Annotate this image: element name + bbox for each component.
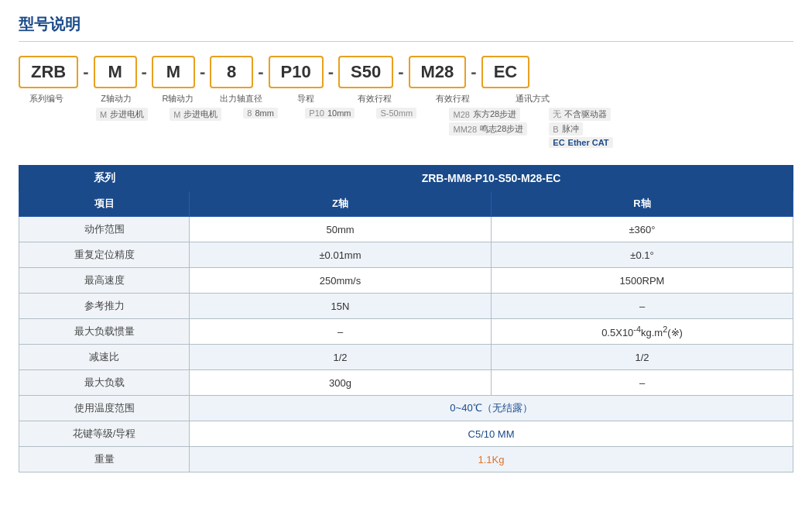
row-label: 重量 <box>19 447 190 472</box>
table-row: 重复定位精度±0.01mm±0.1° <box>19 242 793 268</box>
label-p10: 导程 <box>297 93 314 105</box>
option-8: 88mm <box>243 108 278 119</box>
model-part-s50: S50 <box>338 56 393 88</box>
dash-3: - <box>200 62 205 82</box>
row-value-z: 300g <box>190 370 492 396</box>
table-row: 重量1.1Kg <box>19 447 793 472</box>
table-row: 最大负载惯量–0.5X10-4kg.m2(※) <box>19 319 793 345</box>
dash-4: - <box>258 62 263 82</box>
row-label: 动作范围 <box>19 217 190 242</box>
row-value-z: 15N <box>190 294 492 319</box>
label-ec: 通讯方式 <box>516 93 550 105</box>
dash-7: - <box>471 62 476 82</box>
row-value-r: – <box>492 370 793 396</box>
row-label: 最大负载 <box>19 370 190 396</box>
option-m2: M步进电机 <box>170 108 221 121</box>
option-p10: P1010mm <box>305 108 355 119</box>
table-row: 最大负载300g– <box>19 370 793 396</box>
model-part-m2: M <box>152 56 195 88</box>
model-part-m28: M28 <box>409 56 467 88</box>
row-value-z: – <box>190 319 492 345</box>
dash-1: - <box>83 62 88 82</box>
table-row: 最高速度250mm/s1500RPM <box>19 268 793 294</box>
model-part-ec: EC <box>481 56 530 88</box>
option-b: B脉冲 <box>549 122 582 136</box>
options-row: M步进电机 M步进电机 88mm P1010mm S-50mm M28东方28步… <box>19 108 793 149</box>
label-zrb: 系列编号 <box>29 93 63 105</box>
table-row: 动作范围50mm±360° <box>19 217 793 242</box>
sub-header-r: R轴 <box>492 191 793 217</box>
table-row: 参考推力15N– <box>19 294 793 319</box>
row-label: 最大负载惯量 <box>19 319 190 345</box>
option-m1: M步进电机 <box>96 108 148 121</box>
model-code-row: ZRB - M - M - 8 - P10 - S50 - M28 - EC <box>19 56 793 88</box>
option-m28: M28东方28步进 <box>449 108 520 121</box>
row-label: 减速比 <box>19 345 190 370</box>
model-part-zrb: ZRB <box>19 56 78 88</box>
page-title: 型号说明 <box>19 14 793 42</box>
row-value-r: 0.5X10-4kg.m2(※) <box>492 319 793 345</box>
model-part-p10: P10 <box>269 56 324 88</box>
row-value-merged: 0~40℃（无结露） <box>190 396 793 421</box>
option-ec: ECEther CAT <box>549 137 612 148</box>
model-labels-row: 系列编号 Z轴动力 R轴动力 出力轴直径 导程 有效行程 有效行程 通讯方式 <box>19 93 793 105</box>
row-value-z: 1/2 <box>190 345 492 370</box>
row-value-r: ±0.1° <box>492 242 793 268</box>
dash-6: - <box>398 62 403 82</box>
spec-table: 系列 ZRB-MM8-P10-S50-M28-EC 项目 Z轴 R轴 动作范围5… <box>19 165 793 472</box>
label-m2: R轴动力 <box>163 93 194 105</box>
option-mm28: MM28鸣志28步进 <box>449 122 527 136</box>
row-value-r: – <box>492 294 793 319</box>
label-m1: Z轴动力 <box>101 93 132 105</box>
label-8: 出力轴直径 <box>220 93 262 105</box>
row-value-r: 1500RPM <box>492 268 793 294</box>
sub-header-z: Z轴 <box>190 191 492 217</box>
row-label: 花键等级/导程 <box>19 421 190 447</box>
label-s50: 有效行程 <box>358 93 392 105</box>
table-row: 使用温度范围0~40℃（无结露） <box>19 396 793 421</box>
row-value-r: 1/2 <box>492 345 793 370</box>
row-label: 重复定位精度 <box>19 242 190 268</box>
row-value-z: ±0.01mm <box>190 242 492 268</box>
row-value-z: 250mm/s <box>190 268 492 294</box>
option-none: 无不含驱动器 <box>549 108 611 121</box>
header-series-label: 系列 <box>19 166 190 191</box>
row-label: 使用温度范围 <box>19 396 190 421</box>
row-value-z: 50mm <box>190 217 492 242</box>
header-model-value: ZRB-MM8-P10-S50-M28-EC <box>190 166 793 191</box>
table-row: 减速比1/21/2 <box>19 345 793 370</box>
label-m28: 有效行程 <box>436 93 470 105</box>
model-part-m1: M <box>94 56 137 88</box>
row-label: 参考推力 <box>19 294 190 319</box>
option-s50: S-50mm <box>376 108 416 119</box>
row-value-r: ±360° <box>492 217 793 242</box>
model-part-8: 8 <box>210 56 253 88</box>
row-label: 最高速度 <box>19 268 190 294</box>
table-row: 花键等级/导程C5/10 MM <box>19 421 793 447</box>
sub-header-item: 项目 <box>19 191 190 217</box>
dash-5: - <box>328 62 334 82</box>
dash-2: - <box>142 62 147 82</box>
row-value-merged: C5/10 MM <box>190 421 793 447</box>
row-value-merged: 1.1Kg <box>190 447 793 472</box>
